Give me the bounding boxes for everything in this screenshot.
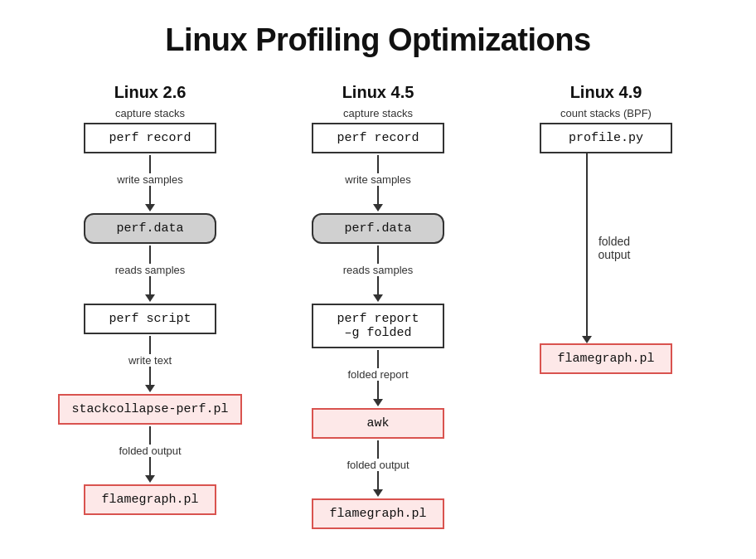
linux26-box-perf-data: perf.data: [84, 213, 216, 244]
linux49-box-profile: profile.py: [540, 123, 672, 153]
linux45-box-perf-record: perf record: [312, 123, 444, 153]
column-linux26: Linux 2.6 capture stacks perf record wri…: [42, 83, 258, 515]
linux45-box-awk: awk: [312, 408, 444, 439]
linux26-box-perf-record: perf record: [84, 123, 216, 153]
linux45-label-0: capture stacks: [343, 107, 413, 119]
linux45-arrow-4: folded output: [346, 440, 409, 497]
linux45-arrow-2: reads samples: [343, 245, 414, 302]
main-container: Linux Profiling Optimizations Linux 2.6 …: [17, 6, 739, 554]
linux49-long-arrow: folded output: [582, 153, 631, 343]
linux49-box-flamegraph: flamegraph.pl: [540, 343, 672, 374]
linux45-arrow-3: folded report: [348, 350, 409, 406]
columns-container: Linux 2.6 capture stacks perf record wri…: [42, 83, 714, 529]
linux45-box-flamegraph: flamegraph.pl: [312, 498, 444, 529]
linux26-heading: Linux 2.6: [114, 83, 187, 102]
linux26-arrow-4: folded output: [119, 426, 181, 483]
page-title: Linux Profiling Optimizations: [42, 22, 714, 58]
column-linux49: Linux 4.9 count stacks (BPF) profile.py …: [498, 83, 714, 374]
linux49-heading: Linux 4.9: [570, 83, 642, 102]
column-linux45: Linux 4.5 capture stacks perf record wri…: [270, 83, 486, 529]
linux26-box-stackcollapse: stackcollapse-perf.pl: [58, 394, 241, 425]
linux49-arrow-line: [582, 153, 592, 343]
linux26-box-perf-script: perf script: [84, 304, 216, 334]
linux26-label-0: capture stacks: [115, 107, 185, 119]
linux26-box-flamegraph: flamegraph.pl: [84, 484, 216, 515]
linux26-arrow-2: reads samples: [115, 245, 186, 302]
linux26-arrow-3: write text: [128, 336, 172, 392]
linux49-side-label: folded output: [598, 235, 631, 261]
linux26-arrow-1: write samples: [117, 155, 182, 211]
linux45-heading: Linux 4.5: [342, 83, 414, 102]
linux49-top-label: count stacks (BPF): [560, 107, 652, 119]
linux45-box-perf-report: perf report –g folded: [312, 304, 444, 348]
linux45-box-perf-data: perf.data: [312, 213, 444, 244]
linux45-arrow-1: write samples: [345, 155, 410, 211]
